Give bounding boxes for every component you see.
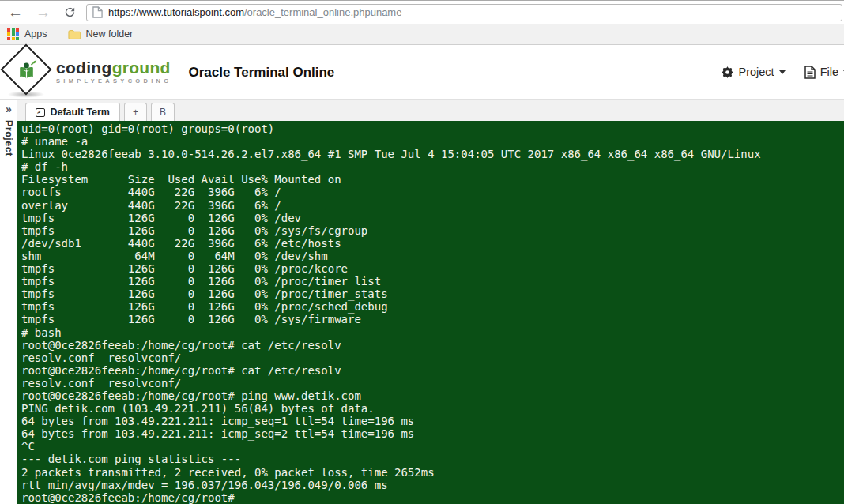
header-menus: Project File [722, 66, 844, 79]
browser-window: ← → https://www.tutorialspoint.com/oracl… [0, 0, 844, 504]
gear-icon [722, 66, 733, 78]
expand-sidebar-button[interactable]: » [6, 103, 12, 115]
project-sidebar: » Project [0, 100, 17, 504]
browser-toolbar: ← → https://www.tutorialspoint.com/oracl… [0, 1, 844, 24]
terminal-line: rtt min/avg/max/mdev = 196.037/196.043/1… [21, 479, 844, 491]
tutorialspoint-diamond-logo [1, 46, 53, 98]
tab-default-term[interactable]: >_ Default Term [25, 103, 120, 121]
page-title: Oracle Terminal Online [188, 65, 334, 81]
terminal-line: root@0ce2826feeab:/home/cg/root# [21, 491, 844, 504]
terminal-line: tmpfs 126G 0 126G 0% /sys/firmware [21, 313, 844, 325]
terminal-line: Linux 0ce2826feeab 3.10.0-514.26.2.el7.x… [21, 148, 844, 160]
terminal-line: resolv.conf resolvconf/ [21, 377, 844, 389]
bookmark-label: New folder [86, 28, 134, 39]
url-text: https://www.tutorialspoint.com/oracle_te… [108, 6, 401, 18]
url-host: https://www.tutorialspoint.com [108, 6, 244, 18]
terminal-line: 64 bytes from 103.49.221.211: icmp_seq=2… [21, 427, 844, 440]
brand-tagline: SIMPLYEASYCODING [56, 77, 171, 85]
file-menu-label: File [820, 66, 838, 78]
terminal-line: 2 packets transmitted, 2 received, 0% pa… [21, 466, 844, 479]
terminal-line: # df -h [21, 160, 844, 173]
bookmark-new-folder[interactable]: New folder [68, 28, 134, 39]
address-bar[interactable]: https://www.tutorialspoint.com/oracle_te… [86, 4, 842, 21]
terminal-panel: >_ Default Term + B uid=0(root) gid=0(ro… [17, 100, 844, 504]
terminal-line: tmpfs 126G 0 126G 0% /sys/fs/cgroup [21, 224, 844, 237]
bookmarks-bar: Apps New folder [0, 24, 844, 45]
terminal-line: # uname -a [21, 135, 844, 148]
apps-grid-icon [7, 28, 19, 40]
terminal-line: 64 bytes from 103.49.221.211: icmp_seq=1… [21, 415, 844, 427]
workspace: » Project >_ Default Term + B uid=0(root… [0, 99, 844, 504]
terminal-line: /dev/sdb1 440G 22G 396G 6% /etc/hosts [21, 237, 844, 250]
terminal-line: tmpfs 126G 0 126G 0% /proc/timer_list [21, 275, 844, 288]
brand-coding: coding [56, 58, 112, 77]
codingground-logo[interactable]: codingground SIMPLYEASYCODING [0, 46, 171, 98]
url-path: /oracle_terminal_online.phpuname [244, 6, 401, 18]
brand-text: codingground SIMPLYEASYCODING [56, 59, 171, 85]
folder-icon [68, 29, 81, 39]
file-menu-button[interactable]: File [804, 66, 844, 79]
forward-button[interactable]: → [36, 5, 51, 20]
terminal-line: tmpfs 126G 0 126G 0% /proc/kcore [21, 262, 844, 275]
terminal-line: # bash [21, 326, 844, 339]
file-icon [804, 66, 816, 79]
terminal-tabstrip: >_ Default Term + B [17, 100, 844, 121]
terminal-line: uid=0(root) gid=0(root) groups=0(root) [21, 122, 844, 135]
terminal-output[interactable]: uid=0(root) gid=0(root) groups=0(root)# … [17, 121, 844, 504]
brand-ground: ground [112, 58, 171, 77]
terminal-line: root@0ce2826feeab:/home/cg/root# cat /et… [21, 339, 844, 352]
terminal-line: shm 64M 0 64M 0% /dev/shm [21, 250, 844, 262]
site-header: codingground SIMPLYEASYCODING Oracle Ter… [0, 45, 844, 99]
page-icon [92, 6, 103, 18]
tab-b[interactable]: B [151, 103, 175, 121]
terminal-line: ^C [21, 440, 844, 453]
terminal-line: Filesystem Size Used Avail Use% Mounted … [21, 173, 844, 186]
terminal-line: resolv.conf resolvconf/ [21, 352, 844, 364]
back-button[interactable]: ← [8, 5, 23, 20]
terminal-line: tmpfs 126G 0 126G 0% /dev [21, 212, 844, 224]
reload-icon[interactable] [63, 6, 77, 19]
terminal-icon: >_ [36, 108, 45, 117]
bookmark-label: Apps [24, 28, 47, 39]
bookmark-apps[interactable]: Apps [7, 28, 47, 40]
terminal-line: PING detik.com (103.49.221.211) 56(84) b… [21, 402, 844, 415]
project-menu-button[interactable]: Project [722, 66, 785, 78]
terminal-line: tmpfs 126G 0 126G 0% /proc/timer_stats [21, 288, 844, 300]
sidebar-project-label[interactable]: Project [3, 120, 14, 156]
add-terminal-tab-button[interactable]: + [124, 103, 147, 121]
terminal-line: rootfs 440G 22G 396G 6% / [21, 186, 844, 198]
terminal-line: tmpfs 126G 0 126G 0% /proc/sched_debug [21, 300, 844, 313]
chevron-down-icon [779, 70, 786, 77]
terminal-line: --- detik.com ping statistics --- [21, 453, 844, 465]
tab-label: Default Term [50, 107, 109, 118]
terminal-line: root@0ce2826feeab:/home/cg/root# ping ww… [21, 389, 844, 402]
header-divider [179, 59, 179, 88]
terminal-line: overlay 440G 22G 396G 6% / [21, 199, 844, 212]
tutorialspoint-emblem-icon [14, 57, 40, 82]
project-menu-label: Project [738, 66, 774, 78]
terminal-line: root@0ce2826feeab:/home/cg/root# cat /et… [21, 364, 844, 377]
